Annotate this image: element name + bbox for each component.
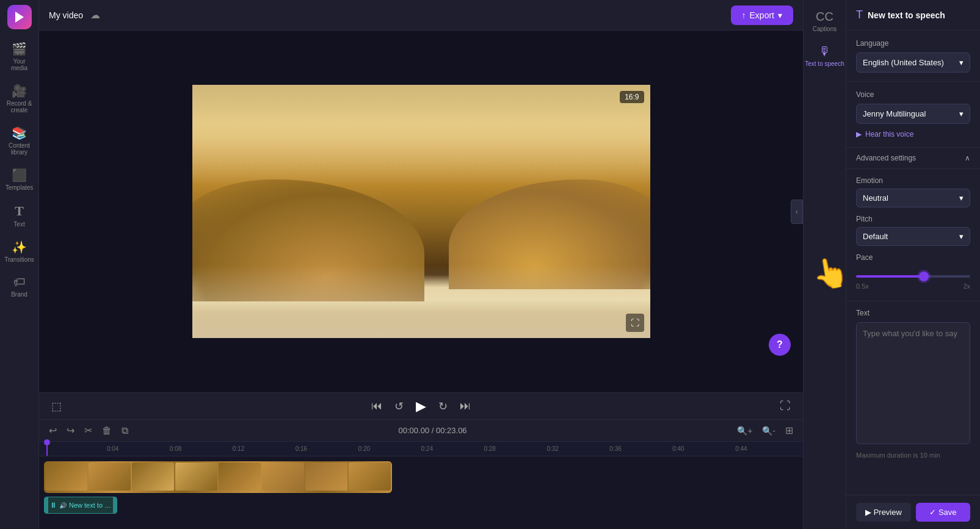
redo-button[interactable]: ↪ — [64, 422, 77, 439]
cut-button[interactable]: ✂ — [82, 422, 95, 439]
text-input[interactable] — [856, 322, 970, 444]
playhead[interactable] — [46, 442, 48, 456]
pace-min-label: 0.5x — [856, 282, 869, 290]
transitions-icon: ✨ — [12, 240, 27, 254]
pitch-select[interactable]: Default ▾ — [856, 227, 970, 246]
text-icon: T — [15, 203, 24, 219]
templates-icon: ⬛ — [12, 168, 27, 182]
topbar: My video ☁ ↑ Export ▾ — [39, 0, 803, 31]
svg-marker-0 — [15, 12, 24, 23]
sidebar-item-transitions[interactable]: ✨ Transitions — [2, 235, 37, 268]
tts-panel-item[interactable]: 🎙 Text to speech — [800, 40, 849, 72]
export-icon: ↑ — [742, 10, 746, 20]
save-icon: ✓ — [929, 508, 936, 517]
ruler-mark-0 — [44, 445, 107, 452]
timeline-tracks: ⏸ 🔊 New text to speech — [39, 456, 803, 519]
collapse-panel-button[interactable]: ‹ — [791, 200, 803, 224]
audio-tts-track[interactable]: ⏸ 🔊 New text to speech — [44, 497, 117, 514]
time-display: 00:00.00 / 00:23.06 — [136, 426, 730, 435]
desert-sky — [192, 85, 650, 186]
emotion-select[interactable]: Neutral ▾ — [856, 189, 970, 207]
page-title: My video — [49, 10, 83, 20]
tts-panel-header: T New text to speech — [846, 0, 980, 31]
sidebar-item-record[interactable]: 🎥 Record & create — [2, 79, 37, 118]
text-label: Text — [856, 309, 970, 317]
sidebar-item-your-media[interactable]: 🎬 Your media — [2, 37, 37, 76]
captions-button[interactable]: ⬚ — [49, 397, 64, 416]
ruler-mark-10: 0:40 — [672, 445, 735, 452]
pace-slider[interactable] — [856, 275, 970, 278]
audio-track-drag-right[interactable] — [113, 497, 117, 513]
desert-fog — [192, 265, 650, 338]
pitch-label: Pitch — [856, 215, 970, 223]
export-chevron-icon: ▾ — [778, 10, 782, 20]
pitch-chevron-icon: ▾ — [959, 232, 964, 241]
video-track-thumbnails — [44, 461, 392, 493]
fit-to-screen-button[interactable]: ⊞ — [783, 422, 796, 439]
content-library-icon: 📚 — [12, 126, 27, 140]
rewind-5s-button[interactable]: ↺ — [392, 397, 406, 416]
language-section: Language English (United States) ▾ — [846, 31, 980, 82]
pause-icon: ⏸ — [49, 501, 57, 509]
sidebar-item-content-library[interactable]: 📚 Content library — [2, 121, 37, 160]
max-duration-label: Maximum duration is 10 min — [856, 452, 970, 459]
fullscreen-button[interactable]: ⛶ — [777, 397, 793, 415]
your-media-icon: 🎬 — [12, 41, 27, 56]
save-button[interactable]: ✓ Save — [916, 503, 971, 522]
pace-label: Pace — [856, 253, 970, 262]
timeline: ↩ ↪ ✂ 🗑 ⧉ 00:00.00 / 00:23.06 🔍+ 🔍- ⊞ 0:… — [39, 419, 803, 529]
forward-5s-button[interactable]: ↻ — [436, 397, 450, 416]
preview-button[interactable]: ▶ Preview — [856, 503, 911, 522]
audio-track-drag-left[interactable] — [45, 497, 48, 513]
pace-max-label: 2x — [963, 282, 970, 290]
video-area: 16:9 ⛶ ? ‹ ⬚ ⏮ ↺ ▶ ↻ ⏭ ⛶ — [39, 31, 803, 529]
sidebar-item-brand[interactable]: 🏷 Brand — [2, 270, 37, 303]
timeline-toolbar: ↩ ↪ ✂ 🗑 ⧉ 00:00.00 / 00:23.06 🔍+ 🔍- ⊞ — [39, 420, 803, 442]
save-to-cloud-icon[interactable]: ☁ — [90, 9, 100, 21]
tts-footer: ▶ Preview ✓ Save — [846, 495, 980, 529]
ruler-mark-2: 0:08 — [170, 445, 233, 452]
expand-button[interactable]: ⛶ — [626, 314, 644, 332]
skip-back-button[interactable]: ⏮ — [369, 397, 385, 415]
video-track[interactable] — [44, 461, 392, 493]
language-select[interactable]: English (United States) ▾ — [856, 52, 970, 73]
delete-button[interactable]: 🗑 — [100, 423, 114, 439]
advanced-settings-content: Emotion Neutral ▾ Pitch Default ▾ Pace 0… — [846, 169, 980, 301]
tts-header-icon: T — [856, 9, 863, 21]
tts-track-icon: 🔊 — [59, 502, 67, 509]
center-area: My video ☁ ↑ Export ▾ 16:9 — [39, 0, 803, 529]
play-circle-icon: ▶ — [856, 130, 862, 139]
sidebar-item-templates[interactable]: ⬛ Templates — [2, 163, 37, 196]
ruler-mark-11: 0:44 — [735, 445, 798, 452]
export-button[interactable]: ↑ Export ▾ — [731, 5, 793, 25]
video-frame: 16:9 ⛶ — [192, 85, 650, 338]
zoom-in-button[interactable]: 🔍+ — [735, 423, 755, 438]
emotion-label: Emotion — [856, 176, 970, 185]
help-button[interactable]: ? — [769, 334, 791, 356]
preview-icon: ▶ — [865, 508, 871, 517]
ruler-mark-5: 0:20 — [358, 445, 421, 452]
ruler-mark-8: 0:32 — [546, 445, 609, 452]
left-sidebar: 🎬 Your media 🎥 Record & create 📚 Content… — [0, 0, 39, 529]
video-container: 16:9 ⛶ ? ‹ — [39, 31, 803, 392]
undo-button[interactable]: ↩ — [46, 422, 59, 439]
skip-forward-button[interactable]: ⏭ — [457, 397, 473, 415]
duplicate-button[interactable]: ⧉ — [119, 423, 131, 439]
ruler-mark-6: 0:24 — [421, 445, 484, 452]
tts-panel-title: New text to speech — [868, 10, 945, 20]
sidebar-item-text[interactable]: T Text — [2, 198, 37, 232]
zoom-out-button[interactable]: 🔍- — [760, 423, 778, 438]
advanced-settings-chevron-icon: ∧ — [965, 154, 970, 162]
captions-panel-item[interactable]: CC Captions — [800, 5, 849, 37]
voice-select[interactable]: Jenny Multilingual ▾ — [856, 104, 970, 124]
video-track-row — [44, 461, 798, 493]
hear-voice-button[interactable]: ▶ Hear this voice — [856, 130, 913, 139]
ruler-mark-7: 0:28 — [484, 445, 546, 452]
advanced-settings-toggle[interactable]: Advanced settings ∧ — [846, 148, 980, 169]
play-button[interactable]: ▶ — [413, 396, 429, 417]
ruler-mark-4: 0:16 — [296, 445, 358, 452]
content-wrapper: My video ☁ ↑ Export ▾ 16:9 — [39, 0, 980, 529]
captions-icon: CC — [816, 10, 833, 24]
timeline-ruler: 0:04 0:08 0:12 0:16 0:20 0:24 0:28 0:32 … — [39, 442, 803, 456]
app-logo[interactable] — [7, 5, 32, 29]
